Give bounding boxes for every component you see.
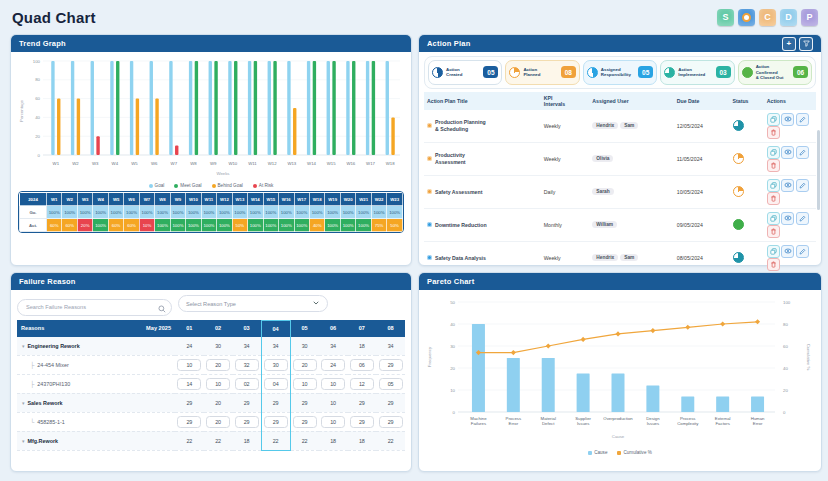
value-input[interactable]: 12 bbox=[350, 378, 374, 390]
value-input[interactable]: 04 bbox=[264, 378, 288, 390]
goal-cell: 100% bbox=[124, 206, 139, 219]
reason-value-cell: 34 bbox=[261, 337, 290, 356]
legend-marker bbox=[174, 184, 178, 188]
failure-reason-row[interactable]: ▾Sales Rework2920292929102929 bbox=[17, 393, 405, 412]
delete-button[interactable] bbox=[767, 192, 780, 205]
delete-button[interactable] bbox=[767, 126, 780, 139]
legend-label: Cumulative % bbox=[623, 450, 651, 455]
failure-reason-row[interactable]: ▾Engineering Rework2430343430341834 bbox=[17, 337, 405, 356]
view-button[interactable] bbox=[781, 146, 794, 159]
action-status-chip[interactable]: Action Planned08 bbox=[505, 60, 579, 85]
copy-button[interactable] bbox=[767, 245, 780, 258]
edit-button[interactable] bbox=[796, 146, 809, 159]
svg-text:ProcessComplexity: ProcessComplexity bbox=[677, 416, 699, 426]
value-input[interactable]: 29 bbox=[379, 416, 403, 428]
view-button[interactable] bbox=[781, 113, 794, 126]
failure-reason-row[interactable]: ├24-454 Mixer1020323020240629 bbox=[17, 355, 405, 374]
value-input[interactable]: 14 bbox=[177, 378, 201, 390]
action-plan-row[interactable]: Safety AssessmentDailySarah10/05/2024 bbox=[424, 175, 816, 208]
due-date: 09/05/2024 bbox=[674, 208, 730, 241]
goal-cell: 100% bbox=[371, 206, 386, 219]
failure-reason-row[interactable]: ├24370PHI1301410020410101205 bbox=[17, 374, 405, 393]
action-status-chip[interactable]: Action Implemented03 bbox=[660, 60, 734, 85]
value-input[interactable]: 20 bbox=[206, 359, 230, 371]
cost-icon[interactable]: C bbox=[759, 9, 776, 26]
value-input[interactable]: 06 bbox=[350, 359, 374, 371]
svg-text:W10: W10 bbox=[228, 161, 237, 166]
value-input[interactable]: 29 bbox=[177, 416, 201, 428]
action-plan-row[interactable]: Downtime ReductionMonthlyWilliam09/05/20… bbox=[424, 208, 816, 241]
vertical-scrollbar[interactable] bbox=[817, 130, 820, 210]
value-input[interactable]: 24 bbox=[321, 359, 345, 371]
value-input[interactable]: 20 bbox=[206, 416, 230, 428]
action-status-chip[interactable]: Action Created05 bbox=[428, 60, 502, 85]
action-plan-row[interactable]: Production Planning & SchedulingWeeklyHe… bbox=[424, 110, 816, 143]
reason-type-select[interactable]: Select Reason Type bbox=[178, 295, 328, 312]
reason-value-cell: 18 bbox=[348, 337, 377, 356]
value-input[interactable]: 10 bbox=[321, 378, 345, 390]
value-input[interactable]: 10 bbox=[206, 378, 230, 390]
copy-button[interactable] bbox=[767, 212, 780, 225]
week-header: W7 bbox=[139, 193, 154, 206]
copy-button[interactable] bbox=[767, 113, 780, 126]
add-action-button[interactable]: + bbox=[782, 37, 796, 51]
delete-button[interactable] bbox=[767, 258, 780, 271]
value-input[interactable]: 29 bbox=[235, 416, 259, 428]
progress-pie-icon bbox=[664, 67, 675, 78]
value-input[interactable]: 20 bbox=[293, 359, 317, 371]
failure-reason-row[interactable]: ▾Mfg.Rework2222182222181822 bbox=[17, 431, 405, 450]
value-input[interactable]: 05 bbox=[379, 378, 403, 390]
actual-cell: 75% bbox=[371, 219, 386, 232]
failure-reason-row[interactable]: └458285-1-12920292929102929 bbox=[17, 412, 405, 431]
delete-button[interactable] bbox=[767, 225, 780, 238]
filter-button[interactable] bbox=[799, 37, 813, 51]
action-plan-row[interactable]: Productivity AssessmentWeeklyOlivia11/05… bbox=[424, 142, 816, 175]
value-input[interactable]: 29 bbox=[264, 416, 288, 428]
expand-caret-icon[interactable]: ▾ bbox=[22, 438, 25, 444]
value-input[interactable]: 32 bbox=[235, 359, 259, 371]
quality-icon[interactable] bbox=[738, 9, 755, 26]
value-input[interactable]: 02 bbox=[235, 378, 259, 390]
week-header: W15 bbox=[263, 193, 278, 206]
value-input[interactable]: 10 bbox=[293, 378, 317, 390]
goal-cell: 100% bbox=[217, 206, 232, 219]
kpi-interval: Weekly bbox=[541, 142, 590, 175]
copy-button[interactable] bbox=[767, 146, 780, 159]
reason-value-cell: 20 bbox=[290, 355, 319, 374]
action-status-chip[interactable]: Assigned Responsibility05 bbox=[583, 60, 657, 85]
tree-connector: ├ bbox=[30, 362, 34, 368]
action-plan-row[interactable]: Safety Data AnalysisWeeklyHendrixSam08/0… bbox=[424, 241, 816, 274]
delete-button[interactable] bbox=[767, 159, 780, 172]
search-input[interactable] bbox=[17, 299, 172, 316]
reason-value-cell: 34 bbox=[376, 337, 405, 356]
edit-button[interactable] bbox=[796, 113, 809, 126]
edit-button[interactable] bbox=[796, 179, 809, 192]
view-button[interactable] bbox=[781, 179, 794, 192]
svg-text:W9: W9 bbox=[210, 161, 217, 166]
actual-cell: 40% bbox=[309, 219, 324, 232]
copy-button[interactable] bbox=[767, 179, 780, 192]
svg-text:Percentage: Percentage bbox=[19, 99, 24, 122]
view-button[interactable] bbox=[781, 245, 794, 258]
action-status-chip[interactable]: Action Confirmed & Closed Out06 bbox=[738, 60, 812, 85]
edit-button[interactable] bbox=[796, 212, 809, 225]
chip-count-badge: 06 bbox=[793, 66, 808, 78]
value-input[interactable]: 10 bbox=[177, 359, 201, 371]
failure-reason-table: ReasonsMay 20250102030405060708▾Engineer… bbox=[17, 320, 405, 451]
chevron-down-icon bbox=[312, 299, 320, 308]
value-input[interactable]: 29 bbox=[379, 359, 403, 371]
people-icon[interactable]: P bbox=[801, 9, 818, 26]
reason-type-select-label: Select Reason Type bbox=[186, 301, 236, 307]
safety-icon[interactable]: S bbox=[717, 9, 734, 26]
expand-caret-icon[interactable]: ▾ bbox=[22, 343, 25, 349]
value-input[interactable]: 10 bbox=[321, 416, 345, 428]
day-column-header: 08 bbox=[376, 320, 405, 337]
value-input[interactable]: 29 bbox=[293, 416, 317, 428]
view-button[interactable] bbox=[781, 212, 794, 225]
expand-caret-icon[interactable]: ▾ bbox=[22, 400, 25, 406]
edit-button[interactable] bbox=[796, 245, 809, 258]
value-input[interactable]: 29 bbox=[350, 416, 374, 428]
value-input[interactable]: 30 bbox=[264, 359, 288, 371]
delivery-icon[interactable]: D bbox=[780, 9, 797, 26]
actual-cell: 60% bbox=[124, 219, 139, 232]
